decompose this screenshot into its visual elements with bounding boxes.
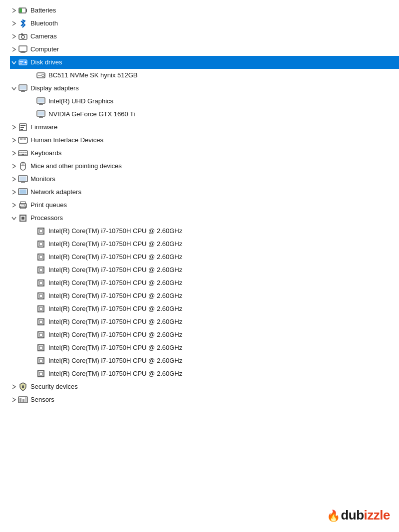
expander-monitors[interactable] <box>10 175 18 183</box>
svg-point-14 <box>42 74 44 77</box>
tree-item-cameras[interactable]: Cameras <box>10 30 399 43</box>
expander-cpu10[interactable] <box>28 344 36 352</box>
svg-rect-21 <box>38 99 44 103</box>
tree-item-display-adapters[interactable]: Display adapters <box>10 82 399 95</box>
tree-item-cpu5[interactable]: Intel(R) Core(TM) i7-10750H CPU @ 2.60GH… <box>10 276 399 289</box>
svg-point-10 <box>24 61 26 63</box>
expander-cpu2[interactable] <box>28 240 36 248</box>
expander-mice[interactable] <box>10 162 18 170</box>
expander-disk-drives[interactable] <box>10 58 18 66</box>
label-cpu12: Intel(R) Core(TM) i7-10750H CPU @ 2.60GH… <box>48 369 182 379</box>
expander-bluetooth[interactable] <box>10 19 18 27</box>
tree-item-keyboards[interactable]: Keyboards <box>10 147 399 160</box>
svg-rect-11 <box>19 61 23 62</box>
tree-item-cpu7[interactable]: Intel(R) Core(TM) i7-10750H CPU @ 2.60GH… <box>10 302 399 315</box>
tree-item-cpu11[interactable]: Intel(R) Core(TM) i7-10750H CPU @ 2.60GH… <box>10 354 399 367</box>
svg-rect-52 <box>19 190 26 194</box>
expander-cpu4[interactable] <box>28 266 36 274</box>
tree-item-bluetooth[interactable]: Bluetooth <box>10 17 399 30</box>
tree-item-cpu6[interactable]: Intel(R) Core(TM) i7-10750H CPU @ 2.60GH… <box>10 289 399 302</box>
icon-intel-uhd <box>36 96 46 106</box>
expander-cpu1[interactable] <box>28 227 36 235</box>
expander-cameras[interactable] <box>10 32 18 40</box>
label-processors: Processors <box>30 213 63 224</box>
expander-cpu12[interactable] <box>28 370 36 378</box>
tree-item-cpu10[interactable]: Intel(R) Core(TM) i7-10750H CPU @ 2.60GH… <box>10 341 399 354</box>
tree-item-cpu12[interactable]: Intel(R) Core(TM) i7-10750H CPU @ 2.60GH… <box>10 367 399 380</box>
icon-processors <box>18 213 28 223</box>
expander-hid[interactable] <box>10 136 18 144</box>
icon-display-adapters <box>18 83 28 93</box>
svg-rect-69 <box>38 293 44 299</box>
expander-display-adapters[interactable] <box>10 84 18 92</box>
expander-keyboards[interactable] <box>10 149 18 157</box>
expander-processors[interactable] <box>10 214 18 222</box>
label-monitors: Monitors <box>30 174 55 185</box>
svg-rect-76 <box>39 333 42 336</box>
expander-batteries[interactable] <box>10 6 18 14</box>
expander-cpu6[interactable] <box>28 292 36 300</box>
tree-item-cpu8[interactable]: Intel(R) Core(TM) i7-10750H CPU @ 2.60GH… <box>10 315 399 328</box>
tree-item-processors[interactable]: Processors <box>10 212 399 225</box>
tree-item-intel-uhd[interactable]: Intel(R) UHD Graphics <box>10 95 399 108</box>
expander-security[interactable] <box>10 383 18 391</box>
tree-item-batteries[interactable]: Batteries <box>10 4 399 17</box>
label-disk-drives: Disk drives <box>30 57 62 68</box>
icon-cpu1 <box>36 226 46 236</box>
tree-item-cpu1[interactable]: Intel(R) Core(TM) i7-10750H CPU @ 2.60GH… <box>10 225 399 238</box>
svg-rect-80 <box>39 359 42 362</box>
svg-rect-87 <box>22 399 24 402</box>
tree-item-cpu3[interactable]: Intel(R) Core(TM) i7-10750H CPU @ 2.60GH… <box>10 251 399 264</box>
expander-cpu9[interactable] <box>28 331 36 339</box>
svg-rect-30 <box>20 127 24 128</box>
expander-cpu11[interactable] <box>28 357 36 365</box>
label-cpu4: Intel(R) Core(TM) i7-10750H CPU @ 2.60GH… <box>48 265 182 275</box>
icon-mice <box>18 161 28 171</box>
expander-cpu8[interactable] <box>28 318 36 326</box>
expander-cpu5[interactable] <box>28 279 36 287</box>
tree-item-nvidia[interactable]: NVIDIA GeForce GTX 1660 Ti <box>10 108 399 121</box>
label-mice: Mice and other pointing devices <box>30 161 122 172</box>
tree-item-cpu4[interactable]: Intel(R) Core(TM) i7-10750H CPU @ 2.60GH… <box>10 264 399 276</box>
expander-cpu7[interactable] <box>28 305 36 313</box>
tree-item-disk-drives[interactable]: Disk drives <box>10 56 399 69</box>
svg-rect-88 <box>25 397 26 402</box>
label-network: Network adapters <box>30 187 81 198</box>
expander-firmware[interactable] <box>10 123 18 131</box>
label-computer: Computer <box>30 44 59 55</box>
tree-item-computer[interactable]: Computer <box>10 43 399 56</box>
label-sensors: Sensors <box>30 395 54 405</box>
svg-rect-73 <box>38 319 44 325</box>
tree-item-sensors[interactable]: Sensors <box>10 393 399 406</box>
icon-cpu2 <box>36 239 46 249</box>
tree-item-cpu9[interactable]: Intel(R) Core(TM) i7-10750H CPU @ 2.60GH… <box>10 328 399 341</box>
expander-cpu3[interactable] <box>28 253 36 261</box>
tree-item-firmware[interactable]: Firmware <box>10 121 399 134</box>
svg-rect-39 <box>23 152 24 153</box>
svg-rect-79 <box>38 358 44 364</box>
tree-item-print-queues[interactable]: Print queues <box>10 199 399 212</box>
icon-cpu7 <box>36 304 46 314</box>
expander-intel-uhd[interactable] <box>28 97 36 105</box>
tree-item-cpu2[interactable]: Intel(R) Core(TM) i7-10750H CPU @ 2.60GH… <box>10 238 399 251</box>
tree-item-monitors[interactable]: Monitors <box>10 173 399 186</box>
tree-item-bc511[interactable]: BC511 NVMe SK hynix 512GB <box>10 69 399 82</box>
tree-item-mice[interactable]: Mice and other pointing devices <box>10 160 399 173</box>
expander-print-queues[interactable] <box>10 201 18 209</box>
watermark-izzle: izzle <box>364 508 390 523</box>
expander-nvidia[interactable] <box>28 110 36 118</box>
device-manager-window: BatteriesBluetoothCamerasComputerDisk dr… <box>0 0 399 532</box>
icon-cpu5 <box>36 278 46 288</box>
tree-item-network[interactable]: Network adapters <box>10 186 399 199</box>
expander-computer[interactable] <box>10 45 18 53</box>
tree-item-security[interactable]: Security devices <box>10 380 399 393</box>
expander-bc511[interactable] <box>28 71 36 79</box>
label-intel-uhd: Intel(R) UHD Graphics <box>48 96 113 107</box>
tree-item-hid[interactable]: Human Interface Devices <box>10 134 399 147</box>
expander-network[interactable] <box>10 188 18 196</box>
label-keyboards: Keyboards <box>30 148 61 159</box>
icon-sensors <box>18 395 28 405</box>
svg-rect-58 <box>21 217 24 220</box>
expander-sensors[interactable] <box>10 396 18 404</box>
label-hid: Human Interface Devices <box>30 135 103 146</box>
